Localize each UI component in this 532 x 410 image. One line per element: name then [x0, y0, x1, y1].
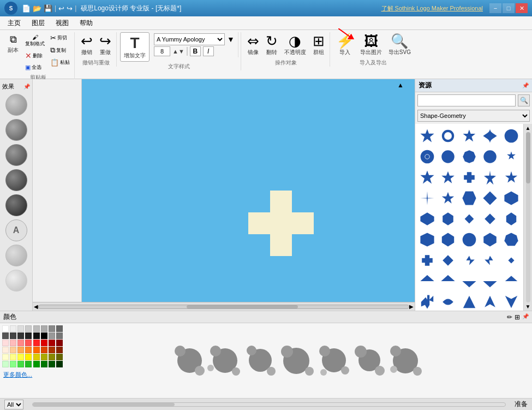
effect-item-5[interactable]	[5, 194, 27, 216]
color-cell[interactable]	[17, 361, 24, 367]
open-icon[interactable]: 📂	[33, 4, 41, 13]
color-cell[interactable]	[17, 354, 24, 360]
color-cell[interactable]	[25, 354, 32, 360]
shape-item[interactable]	[438, 271, 458, 291]
color-cell[interactable]	[17, 325, 24, 332]
add-text-btn[interactable]: T 增加文字	[120, 32, 150, 62]
font-dropdown-arrow[interactable]: ▼	[227, 35, 235, 44]
shape-item[interactable]	[417, 188, 437, 208]
font-size-input[interactable]	[154, 46, 170, 56]
color-cell[interactable]	[41, 340, 47, 346]
color-cell[interactable]	[2, 361, 9, 367]
shape-item[interactable]	[438, 168, 458, 187]
shape-item[interactable]	[501, 271, 521, 291]
shape-item[interactable]	[501, 209, 521, 229]
color-cell[interactable]	[41, 354, 47, 360]
status-all-select[interactable]: All	[4, 400, 23, 409]
save-icon[interactable]: 💾	[44, 4, 52, 13]
color-cell[interactable]	[49, 347, 55, 353]
color-cell[interactable]	[2, 325, 9, 332]
canvas-area[interactable]: ▲	[33, 79, 415, 302]
minimize-btn[interactable]: −	[489, 3, 501, 13]
close-btn[interactable]: ✕	[516, 3, 528, 13]
shape-item[interactable]	[501, 168, 521, 187]
color-cell[interactable]	[2, 347, 9, 353]
color-cell[interactable]	[25, 325, 32, 332]
color-cell[interactable]	[10, 340, 16, 346]
more-colors-link[interactable]: 更多颜色...	[0, 370, 65, 380]
undo-quick-icon[interactable]: ↩	[58, 4, 64, 13]
copy-btn[interactable]: ⧉ 副本	[4, 32, 22, 56]
color-cell[interactable]	[41, 325, 47, 332]
color-cell[interactable]	[41, 332, 47, 339]
color-cell[interactable]	[33, 340, 40, 346]
shape-item[interactable]	[438, 292, 458, 311]
export-svg-btn[interactable]: 🔍 导出SVG	[386, 32, 414, 58]
shape-item[interactable]	[459, 271, 479, 291]
color-cell[interactable]	[33, 361, 40, 367]
undo-btn[interactable]: ↩ 撤销	[78, 32, 95, 58]
mirror-btn[interactable]: ⇔ 镜像	[244, 32, 262, 58]
color-cell[interactable]	[49, 340, 55, 346]
color-cell[interactable]	[56, 361, 63, 367]
color-edit-icon[interactable]: ✏	[507, 313, 512, 321]
effect-item-7[interactable]	[5, 270, 27, 292]
shape-item[interactable]	[459, 188, 479, 208]
shape-item[interactable]	[501, 126, 521, 146]
scroll-right-btn[interactable]: ▶	[409, 304, 414, 310]
menu-home[interactable]: 主页	[2, 17, 26, 29]
color-cell[interactable]	[41, 347, 47, 353]
copy-format-btn[interactable]: 🖌 复制格式	[23, 32, 47, 49]
group-btn[interactable]: ⊞ 群组	[310, 32, 327, 58]
canvas-bg[interactable]	[82, 79, 415, 302]
colors-pin[interactable]: 📌	[522, 313, 529, 321]
new-icon[interactable]: 📄	[22, 4, 31, 13]
rotate-btn[interactable]: ↻ 翻转	[263, 32, 280, 58]
help-link[interactable]: 了解 Sothink Logo Maker Professional	[381, 4, 483, 13]
shape-item[interactable]	[480, 230, 500, 249]
color-cell[interactable]	[25, 361, 32, 367]
copy-btn2[interactable]: ⧉ 复制	[48, 44, 72, 56]
redo-btn[interactable]: ↪ 重做	[97, 32, 114, 58]
color-cell[interactable]	[49, 325, 55, 332]
shape-item[interactable]	[438, 147, 458, 167]
effect-item-3[interactable]	[5, 144, 27, 166]
color-cell[interactable]	[25, 347, 32, 353]
shape-item[interactable]	[417, 271, 437, 291]
shape-item[interactable]	[501, 147, 521, 167]
menu-help[interactable]: 帮助	[74, 17, 98, 29]
select-all-btn[interactable]: ▣ 全选	[23, 62, 47, 73]
color-cell[interactable]	[17, 340, 24, 346]
right-scrollbar[interactable]: ▲ ▼	[523, 124, 532, 311]
shape-item[interactable]	[459, 209, 479, 229]
color-cell[interactable]	[49, 361, 55, 367]
color-cell[interactable]	[33, 325, 40, 332]
color-cell[interactable]	[10, 325, 16, 332]
shape-item[interactable]	[459, 147, 479, 167]
shape-item[interactable]	[501, 292, 521, 311]
color-cell[interactable]	[56, 354, 63, 360]
color-cell[interactable]	[10, 354, 16, 360]
effect-item-1[interactable]	[5, 94, 27, 116]
shape-item[interactable]	[501, 251, 521, 270]
scroll-down-btn[interactable]: ▼	[525, 304, 531, 310]
color-cell[interactable]	[2, 332, 9, 339]
status-scroll-thumb[interactable]	[33, 403, 175, 406]
color-add-icon[interactable]: ⊞	[515, 313, 520, 321]
effect-item-A[interactable]: A	[5, 219, 27, 241]
shape-item[interactable]	[480, 188, 500, 208]
shape-item[interactable]	[480, 292, 500, 311]
shape-item[interactable]	[480, 209, 500, 229]
font-name-select[interactable]: A Yummy Apology	[154, 33, 225, 45]
shape-item[interactable]	[480, 251, 500, 270]
color-cell[interactable]	[17, 332, 24, 339]
resources-pin[interactable]: 📌	[522, 82, 529, 88]
shape-item[interactable]	[417, 126, 437, 146]
italic-btn[interactable]: I	[203, 46, 214, 56]
color-cell[interactable]	[10, 332, 16, 339]
color-cell[interactable]	[33, 347, 40, 353]
shape-item[interactable]	[438, 126, 458, 146]
bold-btn[interactable]: B	[190, 46, 201, 56]
shape-item[interactable]	[438, 251, 458, 270]
font-size-arrows[interactable]: ▲▼	[172, 48, 184, 55]
